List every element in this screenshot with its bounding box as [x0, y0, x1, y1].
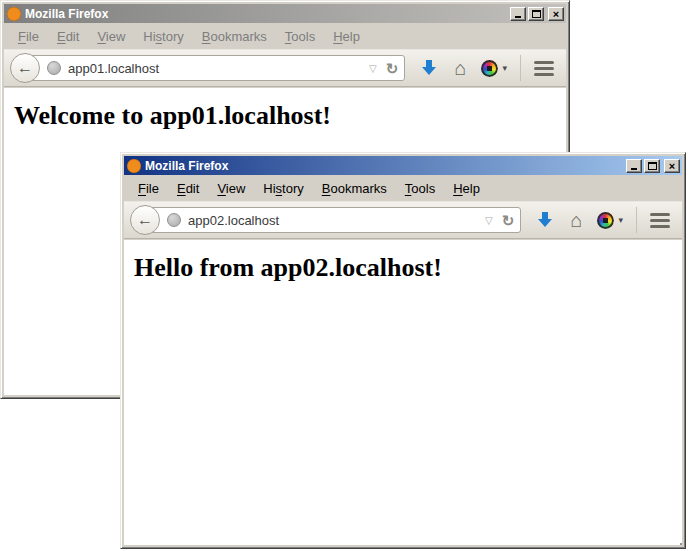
menu-help[interactable]: Help — [324, 26, 369, 47]
menu-history[interactable]: History — [254, 178, 312, 199]
download-button[interactable] — [536, 211, 554, 229]
url-bar[interactable]: app02.localhost ▽ ↻ — [144, 207, 521, 233]
addon-caret-icon: ▾ — [618, 215, 623, 225]
addon-button[interactable]: ▾ — [597, 212, 623, 229]
page-content: Hello from app02.localhost! — [124, 239, 682, 545]
menu-help[interactable]: Help — [444, 178, 489, 199]
toolbar-separator — [636, 207, 637, 233]
title-bar[interactable]: Mozilla Firefox × — [124, 156, 682, 175]
maximize-glyph-icon — [648, 162, 657, 170]
urlbar-dropdown-icon[interactable]: ▽ — [369, 63, 377, 74]
download-icon — [420, 59, 438, 77]
page-heading: Hello from app02.localhost! — [134, 253, 682, 283]
minimize-glyph-icon — [515, 16, 521, 18]
site-globe-icon — [47, 61, 61, 75]
menu-view[interactable]: View — [208, 178, 254, 199]
menu-bookmarks[interactable]: Bookmarks — [193, 26, 276, 47]
menu-bookmarks[interactable]: Bookmarks — [313, 178, 396, 199]
hamburger-icon — [650, 213, 670, 216]
menu-bar: FileEditViewHistoryBookmarksToolsHelp — [4, 23, 566, 49]
window-title: Mozilla Firefox — [145, 159, 626, 173]
url-text[interactable]: app01.localhost — [68, 61, 365, 76]
menu-tools[interactable]: Tools — [276, 26, 324, 47]
download-button[interactable] — [420, 59, 438, 77]
reload-icon[interactable]: ↻ — [502, 213, 515, 228]
minimize-glyph-icon — [631, 168, 637, 170]
window-controls: × — [626, 159, 680, 173]
maximize-glyph-icon — [532, 10, 541, 18]
menu-edit[interactable]: Edit — [168, 178, 208, 199]
download-icon — [536, 211, 554, 229]
hamburger-icon — [534, 61, 554, 64]
site-globe-icon — [167, 213, 181, 227]
urlbar-dropdown-icon[interactable]: ▽ — [485, 215, 493, 226]
url-bar[interactable]: app01.localhost ▽ ↻ — [24, 55, 405, 81]
menu-bar: FileEditViewHistoryBookmarksToolsHelp — [124, 175, 682, 201]
hamburger-icon — [534, 67, 554, 70]
firefox-logo-icon — [127, 159, 141, 173]
url-text[interactable]: app02.localhost — [188, 213, 481, 228]
home-button[interactable]: ⌂ — [570, 210, 582, 230]
firefox-logo-icon — [7, 7, 21, 21]
hamburger-icon — [650, 219, 670, 222]
window-controls: × — [510, 7, 564, 21]
close-button[interactable]: × — [664, 159, 680, 173]
maximize-button[interactable] — [528, 7, 544, 21]
addon-button[interactable]: ▾ — [481, 60, 507, 77]
menu-file[interactable]: File — [9, 26, 48, 47]
menu-view[interactable]: View — [88, 26, 134, 47]
menu-button[interactable] — [534, 61, 554, 76]
hamburger-icon — [534, 73, 554, 76]
page-heading: Welcome to app01.localhost! — [14, 101, 566, 131]
back-arrow-icon: ← — [17, 59, 33, 77]
title-bar[interactable]: Mozilla Firefox × — [4, 4, 566, 23]
back-button[interactable]: ← — [10, 53, 40, 83]
firefox-window-app02: Mozilla Firefox × FileEditViewHistoryBoo… — [120, 152, 686, 549]
hamburger-icon — [650, 225, 670, 228]
minimize-button[interactable] — [626, 159, 642, 173]
back-button[interactable]: ← — [130, 205, 160, 235]
navigation-toolbar: ← app02.localhost ▽ ↻ ⌂ ▾ — [124, 201, 682, 239]
resize-grip[interactable] — [676, 539, 678, 541]
maximize-button[interactable] — [644, 159, 660, 173]
addon-caret-icon: ▾ — [502, 63, 507, 73]
close-button[interactable]: × — [548, 7, 564, 21]
menu-edit[interactable]: Edit — [48, 26, 88, 47]
addon-color-wheel-icon — [481, 60, 498, 77]
navigation-toolbar: ← app01.localhost ▽ ↻ ⌂ ▾ — [4, 49, 566, 87]
menu-history[interactable]: History — [134, 26, 192, 47]
home-button[interactable]: ⌂ — [454, 58, 466, 78]
minimize-button[interactable] — [510, 7, 526, 21]
window-title: Mozilla Firefox — [25, 7, 510, 21]
addon-color-wheel-icon — [597, 212, 614, 229]
toolbar-separator — [520, 55, 521, 81]
reload-icon[interactable]: ↻ — [386, 61, 399, 76]
menu-button[interactable] — [650, 213, 670, 228]
menu-tools[interactable]: Tools — [396, 178, 444, 199]
back-arrow-icon: ← — [137, 211, 153, 229]
menu-file[interactable]: File — [129, 178, 168, 199]
